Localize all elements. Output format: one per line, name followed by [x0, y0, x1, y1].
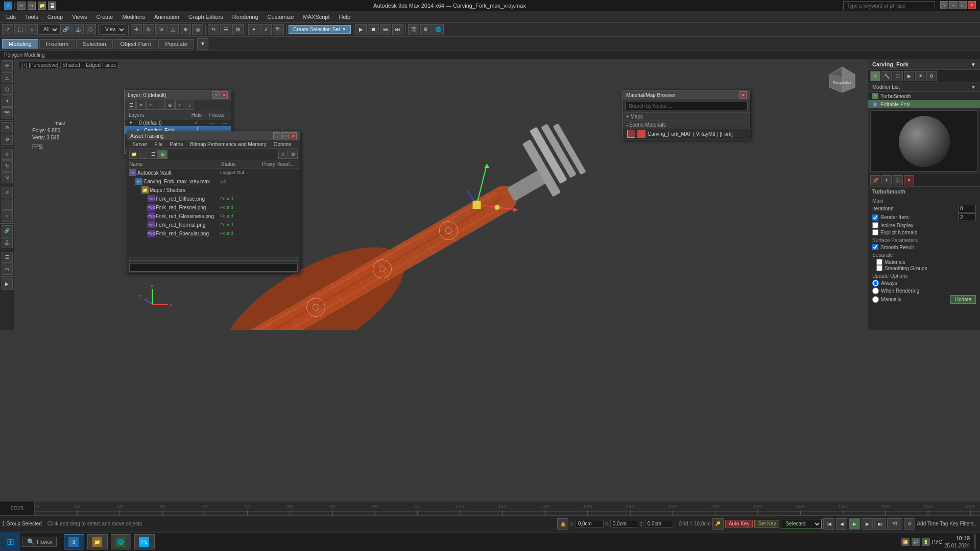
add-time-label[interactable]: Add Time Tag	[917, 521, 948, 526]
ts-isoline-check[interactable]	[872, 222, 878, 228]
lang-indicator[interactable]: РУС	[932, 539, 942, 545]
key-indicator[interactable]: 🔑	[712, 518, 724, 530]
tray-battery[interactable]: 🔋	[922, 538, 930, 546]
taskbar-chrome[interactable]: 🌐	[111, 534, 131, 549]
at-row-vault[interactable]: V Autodesk Vault Logged Out ...	[127, 169, 300, 177]
at-tool-3[interactable]: ☰	[149, 150, 158, 159]
show-end-result-btn[interactable]: ☀	[881, 175, 892, 185]
ts-render-iters-check[interactable]	[872, 214, 878, 221]
scale-btn[interactable]: ⇲	[155, 24, 166, 35]
rp-icon-utilities[interactable]: ⚙	[926, 71, 937, 81]
next-frame-btn2[interactable]: ▶	[862, 518, 873, 530]
menu-group[interactable]: Group	[43, 13, 67, 21]
geometry-tool[interactable]: △	[2, 72, 13, 83]
lasso-tool[interactable]: ○	[2, 210, 13, 222]
select-type-dropdown[interactable]: All	[39, 25, 59, 35]
at-menu-server[interactable]: Server	[129, 141, 150, 148]
link-btn[interactable]: 🔗	[60, 24, 71, 35]
spacing-btn[interactable]: ⊞	[232, 24, 244, 35]
bind-btn[interactable]: ⬡	[85, 24, 96, 35]
at-row-fresnel[interactable]: PNG Fork_red_Fresnel.png Found	[127, 203, 300, 212]
tab-settings-btn[interactable]: ▼	[197, 38, 208, 50]
render-setup-btn[interactable]: ⚙	[420, 24, 432, 35]
tab-selection[interactable]: Selection	[76, 39, 112, 49]
tab-populate[interactable]: Populate	[158, 39, 194, 49]
tab-modeling[interactable]: Modeling	[2, 39, 38, 49]
tray-network[interactable]: 📶	[901, 538, 910, 546]
asset-tracking-header[interactable]: Asset Tracking − □ ✕	[127, 131, 300, 140]
at-tool-2[interactable]: ⬚	[139, 150, 148, 159]
at-menu-file[interactable]: File	[151, 141, 165, 148]
menu-tools[interactable]: Tools	[21, 13, 42, 21]
snap-pct-btn[interactable]: %	[273, 24, 284, 35]
create-tool[interactable]: ✛	[2, 60, 13, 71]
timeline[interactable]: 0 / 225 0 10 20 30 40 50	[0, 501, 980, 515]
scale-tool[interactable]: ⇲	[2, 172, 13, 183]
make-unique-btn[interactable]: ⬡	[893, 175, 903, 185]
menu-maxscript[interactable]: MAXScript	[299, 13, 334, 21]
at-row-specular[interactable]: PNG Fork_red_Specular.png Found	[127, 229, 300, 238]
align-btn[interactable]: ☰	[220, 24, 231, 35]
render-btn[interactable]: 🎬	[408, 24, 419, 35]
undo-btn[interactable]: ↩	[17, 2, 26, 10]
ts-materials-check[interactable]	[876, 259, 882, 265]
minimize-btn[interactable]: −	[949, 1, 958, 9]
scene-materials-section[interactable]: - Scene Materials	[623, 121, 750, 129]
scale-type-btn[interactable]: △	[168, 24, 179, 35]
pivot-btn[interactable]: ◎	[192, 24, 203, 35]
rotate-tool[interactable]: ↻	[2, 160, 13, 172]
stop-btn[interactable]: ⏹	[368, 24, 379, 35]
render-view-tool[interactable]: ▶	[2, 278, 13, 290]
lasso-btn[interactable]: ○	[27, 24, 38, 35]
at-tool-4[interactable]: ⊞	[158, 150, 168, 159]
nav-cube[interactable]: Perspective	[827, 64, 863, 100]
modifier-editablepoly[interactable]: E Editable Poly	[868, 100, 980, 108]
layer-tool-4[interactable]: ⬚	[156, 101, 165, 110]
tab-freeform[interactable]: Freeform	[39, 39, 76, 49]
layer-row-default[interactable]: ▼ 0 (default) ✓ — —	[125, 119, 231, 126]
move-tool[interactable]: ✛	[2, 149, 13, 160]
place-btn[interactable]: ⊕	[180, 24, 191, 35]
layer-tool-2[interactable]: ✕	[136, 101, 146, 110]
y-input[interactable]	[610, 520, 638, 528]
prev-key-btn[interactable]: |◀	[823, 518, 834, 530]
show-desktop-btn[interactable]	[974, 534, 976, 549]
menu-help[interactable]: Help	[335, 13, 355, 21]
next-key-btn[interactable]: ▶|	[874, 518, 886, 530]
taskbar-photoshop[interactable]: Ps	[134, 534, 155, 549]
layer-tool-7[interactable]: ↓	[185, 101, 194, 110]
layer-tool-1[interactable]: ☰	[127, 101, 136, 110]
at-row-diffuse[interactable]: PNG Fork_red_Diffuse.png Found	[127, 195, 300, 203]
layer-close-btn[interactable]: ✕	[221, 91, 228, 99]
menu-rendering[interactable]: Rendering	[228, 13, 262, 21]
setkey-btn[interactable]: Set Key	[754, 520, 779, 528]
remove-modifier-btn[interactable]: ✕	[904, 175, 914, 185]
mirror-btn[interactable]: ⇆	[208, 24, 219, 35]
mirror-tool[interactable]: ⇆	[2, 263, 13, 275]
link-tool[interactable]: 🔗	[2, 225, 13, 236]
at-scrollbar[interactable]	[129, 257, 298, 261]
at-menu-paths[interactable]: Paths	[167, 141, 186, 148]
env-btn[interactable]: 🌐	[433, 24, 444, 35]
taskbar-search[interactable]: 🔍 Поиск	[22, 537, 57, 547]
dropdown-arrow-icon[interactable]: ▼	[342, 27, 346, 32]
x-input[interactable]	[576, 520, 604, 528]
expand-icon[interactable]: ▼	[971, 62, 976, 67]
menu-modifiers[interactable]: Modifiers	[118, 13, 149, 21]
at-help-btn[interactable]: ?	[278, 150, 288, 159]
ts-update-btn[interactable]: Update	[950, 295, 976, 304]
shape-tool[interactable]: ⬡	[2, 84, 13, 95]
ts-render-iters-input[interactable]	[958, 213, 976, 221]
systems-tool[interactable]: ⚙	[2, 134, 13, 145]
at-close-btn[interactable]: ✕	[290, 132, 297, 139]
select-btn[interactable]: ↗	[2, 24, 13, 35]
at-row-maps[interactable]: 📁 Maps / Shaders	[127, 186, 300, 195]
layer-tool-3[interactable]: +	[146, 101, 155, 110]
viewport[interactable]: [+] [Perspective] [ Shaded + Edged Faces…	[14, 59, 868, 330]
play-btn[interactable]: ▶	[355, 24, 367, 35]
ts-manually-radio[interactable]	[872, 296, 879, 303]
view-dropdown[interactable]: View	[101, 25, 126, 35]
selected-dropdown[interactable]: Selected	[781, 519, 822, 529]
save-btn[interactable]: 💾	[48, 2, 56, 10]
taskbar-3dsmax[interactable]: 3	[64, 534, 84, 549]
